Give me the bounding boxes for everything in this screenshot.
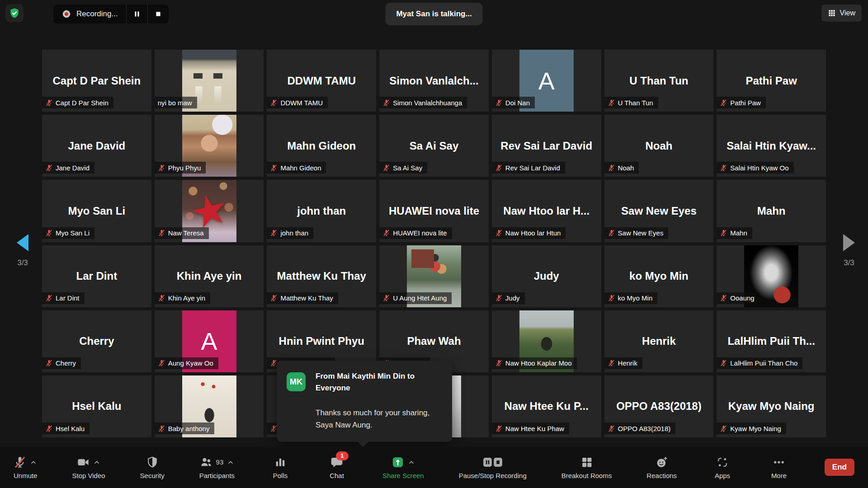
participant-tile[interactable]: ko Myo Min ko Myo Min — [604, 245, 714, 307]
record-dot-icon — [61, 9, 71, 19]
participant-tile[interactable]: HUAWEI nova lite HUAWEI nova lite — [379, 180, 489, 242]
participant-name-label: Mahn — [717, 227, 752, 239]
participant-tile[interactable]: nyi bo maw — [155, 50, 264, 112]
toolbar-item-label: Share Screen — [382, 472, 424, 479]
participant-tile[interactable]: Mahn Gideon Mahn Gideon — [267, 115, 376, 177]
pause-recording-button[interactable] — [127, 5, 147, 23]
toolbar-item-pause-stop-recording[interactable]: Pause/Stop Recording — [459, 455, 527, 479]
chevron-up-icon[interactable] — [93, 459, 100, 466]
participant-label-text: Aung Kyaw Oo — [168, 359, 213, 367]
next-page-control: 3/3 — [836, 234, 862, 267]
participant-tile[interactable]: Matthew Ku Thay Matthew Ku Thay — [267, 245, 376, 307]
participant-label-text: Rev Sai Lar David — [505, 164, 560, 172]
participant-tile[interactable]: Saw New Eyes Saw New Eyes — [604, 180, 714, 242]
chevron-up-icon[interactable] — [408, 459, 415, 466]
toolbar-item-label: Unmute — [14, 472, 38, 479]
participant-display-name: Simon Vanlalch... — [379, 75, 489, 87]
active-speaker-banner: Myat San is talking... — [385, 3, 482, 25]
participant-label-text: U Aung Htet Aung — [393, 294, 447, 302]
toolbar-item-label: Polls — [273, 472, 288, 479]
chat-unread-badge: 1 — [336, 451, 349, 460]
stop-recording-button[interactable] — [148, 5, 169, 23]
chevron-up-icon[interactable] — [30, 459, 37, 466]
toolbar-item-chat[interactable]: 1 Chat — [326, 455, 348, 479]
toolbar-item-label: Security — [140, 472, 165, 479]
participant-label-text: Capt D Par Shein — [56, 99, 108, 107]
participant-name-label: Baby anthony — [155, 422, 215, 434]
participant-tile[interactable]: Naw Htoo lar H... Naw Htoo lar Htun — [492, 180, 601, 242]
participant-tile[interactable]: Lar Dint Lar Dint — [42, 245, 151, 307]
chat-notification-popup[interactable]: MK From Mai Kaythi Min Din to Everyone T… — [277, 361, 452, 442]
participant-tile[interactable]: Sa Ai Say Sa Ai Say — [379, 115, 489, 177]
participant-tile[interactable]: Hsel Kalu Hsel Kalu — [42, 375, 151, 437]
participant-tile[interactable]: Kyaw Myo Naing Kyaw Myo Naing — [717, 375, 826, 437]
participant-tile[interactable]: Simon Vanlalch... Simon Vanlalchhuanga — [379, 50, 489, 112]
participant-tile[interactable]: Khin Aye yin Khin Aye yin — [155, 245, 264, 307]
participant-tile[interactable]: Naw Htoo Kaplar Moo — [492, 310, 601, 372]
participant-tile[interactable]: Ooaung — [717, 245, 826, 307]
chevron-up-icon[interactable] — [227, 459, 234, 466]
muted-mic-icon — [720, 229, 727, 237]
toolbar-item-reactions[interactable]: Reactions — [646, 455, 677, 479]
toolbar-item-polls[interactable]: Polls — [269, 455, 291, 479]
toolbar-item-share-screen[interactable]: Share Screen — [382, 455, 424, 479]
participant-tile[interactable]: Rev Sai Lar David Rev Sai Lar David — [492, 115, 601, 177]
participant-tile[interactable]: A Doi Nan — [492, 50, 601, 112]
toolbar-item-label: Stop Video — [72, 472, 105, 479]
participant-tile[interactable]: Henrik Henrik — [604, 310, 714, 372]
muted-mic-icon — [158, 425, 165, 432]
muted-mic-icon — [495, 229, 503, 237]
participant-name-label: Henrik — [604, 357, 642, 369]
participant-name-label: Myo San Li — [42, 227, 94, 239]
previous-page-arrow-icon[interactable] — [17, 234, 28, 251]
muted-mic-icon — [382, 294, 390, 302]
toolbar-item-stop-video[interactable]: Stop Video — [72, 455, 105, 479]
participant-tile[interactable]: Mahn Mahn — [717, 180, 826, 242]
muted-mic-icon — [720, 294, 727, 302]
toolbar-item-breakout-rooms[interactable]: Breakout Rooms — [561, 455, 612, 479]
participant-tile[interactable]: john than john than — [267, 180, 376, 242]
toolbar-item-security[interactable]: Security — [140, 455, 165, 479]
shield-check-icon — [9, 7, 20, 19]
participant-tile[interactable]: U Than Tun U Than Tun — [604, 50, 714, 112]
participant-tile[interactable]: LalHlim Puii Th... LalHlim Puii Than Cho — [717, 310, 826, 372]
participant-tile[interactable]: Naw Teresa — [155, 180, 264, 242]
participant-label-text: Judy — [505, 294, 520, 302]
participant-tile[interactable]: OPPO A83(2018) OPPO A83(2018) — [604, 375, 714, 437]
meeting-info-shield-button[interactable] — [5, 4, 24, 22]
participant-tile[interactable]: Phyu Phyu — [155, 115, 264, 177]
participant-tile[interactable]: Naw Htee Ku P... Naw Htee Ku Phaw — [492, 375, 601, 437]
participant-tile[interactable]: Capt D Par Shein Capt D Par Shein — [42, 50, 151, 112]
toolbar-item-apps[interactable]: Apps — [712, 455, 733, 479]
participant-name-label: OPPO A83(2018) — [604, 422, 676, 434]
participant-tile[interactable]: Noah Noah — [604, 115, 714, 177]
participant-name-label: Kyaw Myo Naing — [717, 422, 786, 434]
end-meeting-button[interactable]: End — [825, 459, 854, 476]
participant-name-label: Noah — [604, 162, 639, 174]
apps-icon — [716, 456, 729, 469]
toolbar-item-unmute[interactable]: Unmute — [14, 455, 38, 479]
muted-mic-icon — [45, 294, 53, 302]
toolbar-item-more[interactable]: More — [768, 455, 790, 479]
participant-tile[interactable]: Pathi Paw Pathi Paw — [717, 50, 826, 112]
participant-tile[interactable]: Cherry Cherry — [42, 310, 151, 372]
muted-mic-icon — [45, 229, 53, 237]
participant-display-name: HUAWEI nova lite — [379, 205, 489, 217]
muted-mic-icon — [158, 229, 165, 237]
muted-mic-icon — [45, 359, 53, 367]
participant-tile[interactable]: DDWM TAMU DDWM TAMU — [267, 50, 376, 112]
participant-tile[interactable]: Jane David Jane David — [42, 115, 151, 177]
participant-tile[interactable]: Baby anthony — [155, 375, 264, 437]
next-page-arrow-icon[interactable] — [843, 234, 855, 251]
participant-tile[interactable]: U Aung Htet Aung — [379, 245, 489, 307]
participant-display-name: Salai Htin Kyaw... — [717, 140, 826, 152]
toolbar-item-participants[interactable]: 93 Participants — [199, 455, 235, 479]
zoom-meeting-window: Recording... Myat San is talking... View… — [0, 0, 868, 488]
participant-tile[interactable]: Judy Judy — [492, 245, 601, 307]
participant-tile[interactable]: Salai Htin Kyaw... Salai Htin Kyaw Oo — [717, 115, 826, 177]
view-button[interactable]: View — [821, 5, 862, 22]
participant-name-label: Matthew Ku Thay — [267, 292, 338, 304]
participant-tile[interactable]: A Aung Kyaw Oo — [155, 310, 264, 372]
participant-display-name: Naw Htee Ku P... — [492, 400, 601, 413]
participant-tile[interactable]: Myo San Li Myo San Li — [42, 180, 151, 242]
